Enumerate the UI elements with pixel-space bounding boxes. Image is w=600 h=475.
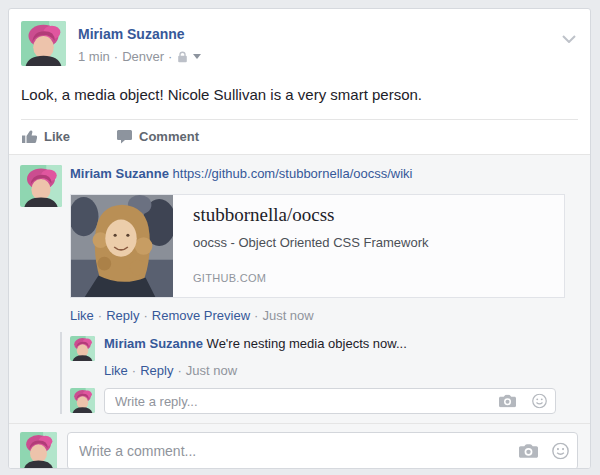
camera-icon[interactable] — [499, 395, 516, 408]
post-action-bar: Like Comment — [9, 120, 590, 154]
caret-down-icon — [193, 54, 201, 59]
comment-bubble-icon — [117, 129, 132, 144]
post-header: Miriam Suzanne 1 min · Denver · — [9, 9, 590, 66]
comment: Miriam Suzanne https://github.com/stubbo… — [9, 155, 590, 414]
link-preview-description: oocss - Object Oriented CSS Framework — [193, 235, 429, 251]
comment-actions: Like·Reply·Remove Preview·Just now — [70, 308, 578, 324]
avatar[interactable] — [70, 336, 95, 361]
comment-timestamp: Just now — [262, 308, 313, 323]
comment-composer — [9, 424, 590, 469]
miriam-avatar-image — [70, 388, 95, 413]
post-location[interactable]: Denver — [122, 49, 164, 64]
post-menu-button[interactable] — [560, 27, 578, 49]
privacy-selector[interactable] — [177, 51, 201, 63]
post-body-text: Look, a media object! Nicole Sullivan is… — [9, 85, 590, 105]
avatar[interactable] — [20, 432, 57, 469]
thumbs-up-icon — [22, 129, 37, 144]
reply-timestamp: Just now — [186, 363, 237, 378]
link-preview-title: stubbornella/oocss — [193, 204, 429, 226]
like-button[interactable]: Like — [22, 129, 70, 144]
smiley-icon[interactable] — [532, 394, 547, 409]
reply-actions: Like·Reply·Just now — [104, 363, 578, 378]
post-meta: 1 min · Denver · — [78, 49, 201, 64]
link-preview-source: GITHUB.COM — [193, 272, 429, 284]
smiley-icon[interactable] — [552, 443, 569, 460]
miriam-avatar-image — [20, 165, 62, 207]
comment-like-link[interactable]: Like — [70, 308, 94, 323]
miriam-avatar-image — [70, 336, 95, 361]
comments-section: Miriam Suzanne https://github.com/stubbo… — [9, 154, 590, 469]
post-card: Miriam Suzanne 1 min · Denver · — [8, 8, 591, 469]
replies-thread: Miriam Suzanne We're nesting media objec… — [60, 332, 578, 414]
post-author[interactable]: Miriam Suzanne — [78, 26, 185, 42]
post-time: 1 min — [78, 49, 110, 64]
comment-shared-link[interactable]: https://github.com/stubbornella/oocss/wi… — [173, 166, 413, 181]
remove-preview-link[interactable]: Remove Preview — [152, 308, 250, 323]
avatar[interactable] — [20, 165, 62, 207]
camera-icon[interactable] — [519, 444, 538, 458]
lock-icon — [177, 51, 188, 63]
reply-author[interactable]: Miriam Suzanne — [104, 336, 203, 351]
link-preview-image — [71, 195, 173, 297]
reply-input[interactable] — [104, 388, 556, 414]
reply-reply-link[interactable]: Reply — [140, 363, 173, 378]
like-button-label: Like — [44, 129, 70, 144]
avatar[interactable] — [70, 388, 95, 413]
comment-input[interactable] — [67, 432, 578, 469]
comment-text-line: Miriam Suzanne https://github.com/stubbo… — [70, 165, 578, 182]
miriam-avatar-image — [21, 21, 66, 66]
chevron-down-icon — [562, 35, 576, 43]
comment-reply-link[interactable]: Reply — [106, 308, 139, 323]
miriam-avatar-image — [20, 432, 57, 469]
avatar[interactable] — [21, 21, 66, 66]
comment-button[interactable]: Comment — [117, 129, 199, 144]
reply-composer — [70, 388, 578, 414]
comment-button-label: Comment — [139, 129, 199, 144]
link-preview-card[interactable]: stubbornella/oocss oocss - Object Orient… — [70, 194, 565, 298]
reply-body-text: We're nesting media objects now... — [207, 336, 407, 351]
reply-comment: Miriam Suzanne We're nesting media objec… — [70, 336, 578, 378]
reply-text-line: Miriam Suzanne We're nesting media objec… — [104, 336, 578, 352]
reply-like-link[interactable]: Like — [104, 363, 128, 378]
comment-author[interactable]: Miriam Suzanne — [70, 166, 169, 181]
